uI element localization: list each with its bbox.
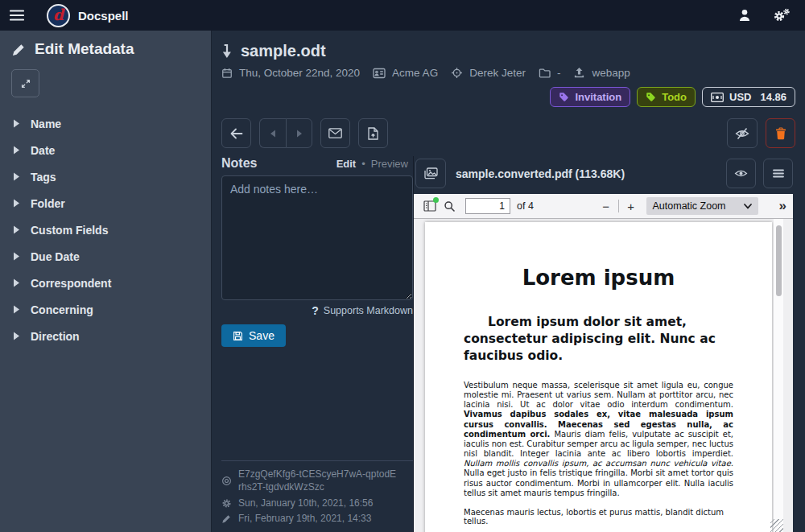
zoom-level-select[interactable]: Automatic Zoom [646,197,758,215]
send-mail-button[interactable] [320,118,350,148]
pdf-doc-title: Lorem ipsum [464,266,733,290]
pdf-search-button[interactable] [440,196,459,216]
tag-badge-row: Invitation Todo USD 14.86 [212,79,805,107]
notes-edit-tab[interactable]: Edit [336,158,357,170]
gear-icon [221,497,232,509]
save-button[interactable]: Save [221,324,286,347]
tag-badge-invitation[interactable]: Invitation [550,87,630,107]
amount-value: 14.86 [760,91,786,103]
zoom-level-value: Automatic Zoom [653,200,726,212]
concerning-person[interactable]: Derek Jeter [469,67,526,79]
tag-icon [559,92,569,102]
attachment-filename: sample.converted.pdf (113.68K) [456,167,625,180]
pdf-paragraph: Vestibulum neque massa, scelerisque sit … [464,381,733,498]
notes-input[interactable] [221,175,413,300]
edit-metadata-sidebar: Edit Metadata Name Date Tags [0,31,211,532]
pdf-sidebar-toggle-button[interactable] [420,196,440,216]
caret-right-icon [13,278,20,287]
source-value: webapp [592,67,630,79]
calendar-icon [221,67,233,79]
sidebar-item-custom-fields[interactable]: Custom Fields [0,217,211,243]
zoom-in-button[interactable]: + [622,197,640,215]
attachment-menu-button[interactable] [763,159,793,188]
pdf-scrollbar-thumb[interactable] [776,225,782,296]
expand-all-button[interactable] [11,69,39,97]
caret-right-icon [13,225,20,234]
pdf-toolbar: of 4 − + Automatic Zoom » [414,194,793,219]
add-file-button[interactable] [358,118,388,148]
sidebar-item-tags[interactable]: Tags [0,163,211,190]
envelope-icon [328,128,342,138]
prev-item-button[interactable] [259,118,286,148]
zoom-out-button[interactable]: − [597,197,615,215]
sidebar-item-due-date[interactable]: Due Date [0,243,211,270]
markdown-hint-link[interactable]: Supports Markdown [324,305,413,316]
pdf-more-tools-button[interactable]: » [779,198,786,214]
sidebar-item-direction[interactable]: Direction [0,323,211,349]
pencil-icon [11,42,27,57]
sidebar-item-label: Correspondent [31,277,111,290]
pdf-viewport[interactable]: Lorem ipsum Lorem ipsum dolor sit amet, … [414,219,793,532]
arrow-down-icon [221,43,233,59]
sidebar-item-folder[interactable]: Folder [0,190,211,217]
delete-button[interactable] [766,118,795,148]
sidebar-item-concerning[interactable]: Concerning [0,296,211,323]
item-id: E7zgQefKfg6-tCEScyeH7wA-qptodErhs2T-tgdv… [238,468,399,493]
crosshairs-icon [451,67,463,79]
correspondent-org[interactable]: Acme AG [392,67,438,79]
images-icon [423,167,438,179]
created-date: Sun, January 10th, 2021, 16:56 [238,497,373,509]
notes-panel: Notes Edit • Preview ? Supports Markdown [212,156,413,532]
sidebar-item-name[interactable]: Name [0,110,211,137]
pdf-scrollbar[interactable] [774,219,783,532]
attachment-viewer: sample.converted.pdf (113.68K) [413,156,793,532]
caret-left-icon [270,130,276,138]
notes-preview-tab[interactable]: Preview [371,158,408,170]
question-icon: ? [312,304,319,317]
amount-currency: USD [729,91,751,103]
updated-date: Fri, February 19th, 2021, 14:33 [238,512,371,525]
pdf-page: Lorem ipsum Lorem ipsum dolor sit amet, … [425,222,772,532]
pdf-doc-heading: Lorem ipsum dolor sit amet, consectetur … [464,314,733,365]
caret-right-icon [13,305,20,314]
eye-slash-icon [735,127,749,140]
caret-right-icon [13,199,20,208]
sidebar-item-label: Tags [31,171,56,184]
attachments-list-button[interactable] [415,159,446,188]
arrow-left-icon [230,128,243,139]
user-icon[interactable] [737,8,752,23]
docspell-logo[interactable]: d [47,4,70,27]
sidebar-item-label: Folder [31,197,65,210]
tag-icon [646,92,656,102]
sidebar-item-date[interactable]: Date [0,137,211,163]
unconfirm-button[interactable] [727,118,758,148]
caret-right-icon [13,146,20,155]
sidebar-item-label: Due Date [31,250,80,263]
caret-right-icon [13,332,20,340]
chevron-down-icon [744,204,752,209]
resize-grip[interactable] [770,519,783,532]
hamburger-menu-icon[interactable] [0,9,34,22]
caret-right-icon [296,130,303,138]
item-toolbar [212,107,805,148]
menu-bars-icon [773,169,784,178]
tag-label: Todo [662,91,687,103]
top-navbar: d Docspell [0,0,805,31]
app-title: Docspell [78,9,129,23]
document-meta-row: Thu, October 22nd, 2020 Acme AG Derek Je… [212,60,805,79]
next-item-button[interactable] [286,118,312,148]
prev-next-group [259,118,312,148]
sidebar-item-correspondent[interactable]: Correspondent [0,270,211,296]
settings-cogs-icon[interactable] [773,8,791,23]
back-button[interactable] [221,118,251,148]
item-info-block: E7zgQefKfg6-tCEScyeH7wA-qptodErhs2T-tgdv… [221,460,413,532]
expand-icon [20,78,31,89]
tag-badge-todo[interactable]: Todo [637,87,696,107]
save-icon [233,331,243,341]
toolbar-separator [618,200,619,212]
caret-right-icon [13,252,20,261]
amount-badge[interactable]: USD 14.86 [702,87,795,107]
upload-icon [573,67,585,79]
pdf-page-input[interactable] [465,198,510,214]
view-original-button[interactable] [726,159,756,188]
